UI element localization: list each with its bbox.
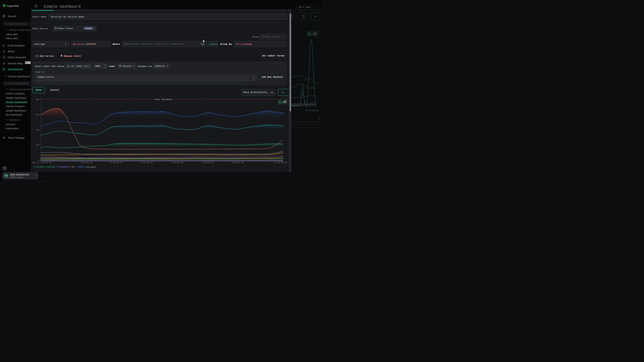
svg-text:600: 600 [36, 114, 39, 116]
svg-text:0: 0 [38, 159, 39, 161]
svg-text:Nov 6 2:30:00 AM: Nov 6 2:30:00 AM [32, 162, 52, 164]
svg-text:10:30:00 AM: 10:30:00 AM [274, 162, 287, 164]
svg-text:4:00:00 AM: 4:00:00 AM [80, 162, 92, 164]
svg-text:400: 400 [36, 129, 39, 131]
svg-text:ad: ad [72, 166, 74, 168]
svg-text:800: 800 [36, 98, 39, 101]
svg-text:Alert Threshold: Alert Threshold [154, 98, 172, 101]
svg-text:7:00:00 AM: 7:00:00 AM [171, 162, 183, 164]
svg-text:shipping: shipping [58, 166, 68, 168]
svg-text:+12 more: +12 more [86, 166, 96, 168]
svg-text:9:00:00 AM: 9:00:00 AM [232, 162, 244, 164]
svg-text:5:00:00 AM: 5:00:00 AM [110, 162, 122, 164]
svg-text:6:00:00 AM: 6:00:00 AM [141, 162, 153, 164]
svg-text:product-catalog: product-catalog [36, 166, 55, 168]
svg-text:email: email [79, 166, 85, 168]
svg-text:200: 200 [36, 144, 39, 146]
svg-text:8:00:00 AM: 8:00:00 AM [202, 162, 214, 164]
